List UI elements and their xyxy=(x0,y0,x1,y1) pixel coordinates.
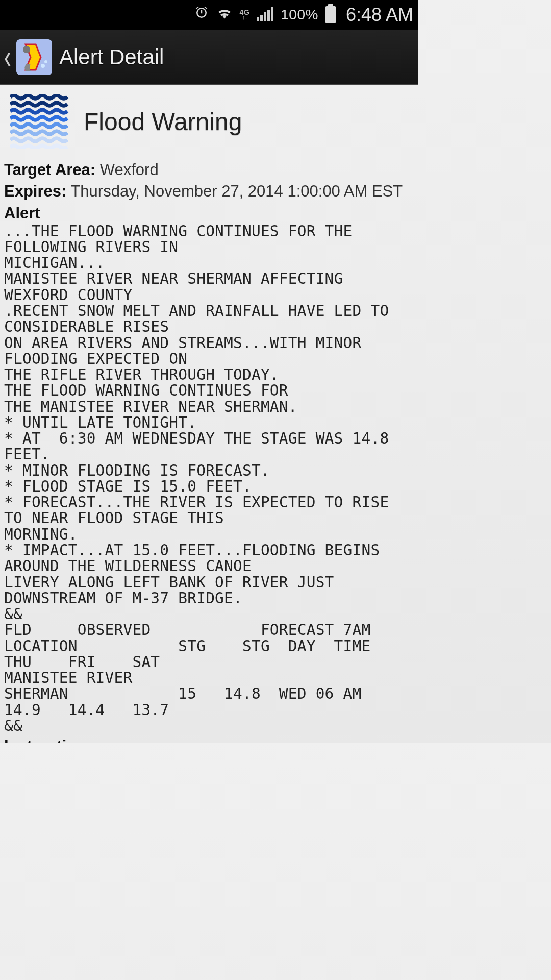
network-4g-icon: 4G↑↓ xyxy=(240,9,250,20)
clock-time: 6:48 AM xyxy=(346,4,413,26)
page-title: Alert Detail xyxy=(59,45,164,69)
target-area-value: Wexford xyxy=(95,161,158,179)
status-bar: 4G↑↓ 100% 6:48 AM xyxy=(0,0,418,30)
battery-icon xyxy=(325,6,336,23)
alert-body-text: ...THE FLOOD WARNING CONTINUES FOR THE F… xyxy=(4,224,414,734)
flood-icon xyxy=(10,94,69,149)
battery-percent: 100% xyxy=(281,7,318,23)
alarm-icon xyxy=(194,5,209,24)
back-button[interactable]: ‹ xyxy=(4,38,11,77)
content-area: Flood Warning Target Area: Wexford Expir… xyxy=(0,85,418,743)
alert-heading: Alert xyxy=(4,204,414,223)
alert-meta: Target Area: Wexford Expires: Thursday, … xyxy=(4,159,414,202)
target-area-label: Target Area: xyxy=(4,161,95,179)
signal-icon xyxy=(257,8,273,21)
svg-point-3 xyxy=(44,60,47,63)
app-icon[interactable] xyxy=(16,39,52,75)
svg-point-1 xyxy=(23,46,30,53)
action-bar: ‹ Alert Detail xyxy=(0,30,418,85)
instructions-heading: Instructions xyxy=(4,737,414,743)
target-area-row: Target Area: Wexford xyxy=(4,159,414,181)
expires-value: Thursday, November 27, 2014 1:00:00 AM E… xyxy=(66,182,403,200)
expires-row: Expires: Thursday, November 27, 2014 1:0… xyxy=(4,181,414,202)
wifi-icon xyxy=(216,6,233,24)
alert-type-title: Flood Warning xyxy=(84,108,242,136)
svg-point-2 xyxy=(41,64,45,68)
expires-label: Expires: xyxy=(4,182,66,200)
alert-header: Flood Warning xyxy=(4,91,414,159)
